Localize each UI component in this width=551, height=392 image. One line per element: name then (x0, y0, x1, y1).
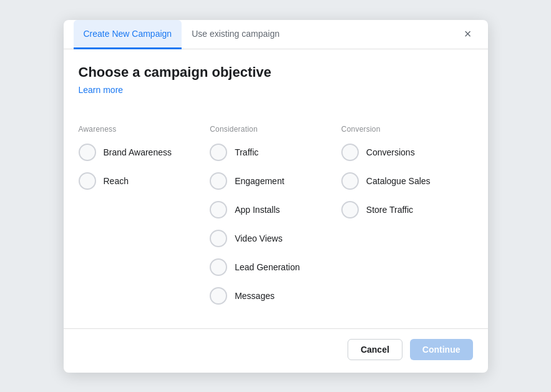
conversion-header: Conversion (341, 125, 463, 134)
option-brand-awareness[interactable]: Brand Awareness (79, 144, 200, 161)
modal-tabs: Create New Campaign Use existing campaig… (64, 20, 488, 49)
modal-body: Choose a campaign objective Learn more A… (64, 49, 488, 328)
radio-conversions[interactable] (341, 144, 359, 161)
radio-brand-awareness[interactable] (79, 144, 96, 161)
label-store-traffic: Store Traffic (366, 205, 413, 215)
option-catalogue-sales[interactable]: Catalogue Sales (341, 172, 463, 190)
radio-store-traffic[interactable] (341, 201, 359, 218)
modal-dialog: Create New Campaign Use existing campaig… (64, 20, 488, 373)
label-brand-awareness: Brand Awareness (104, 147, 172, 157)
label-engagement: Engagement (235, 176, 284, 186)
continue-button[interactable]: Continue (410, 339, 473, 360)
radio-app-installs[interactable] (210, 201, 227, 218)
label-lead-generation: Lead Generation (235, 262, 300, 272)
option-reach[interactable]: Reach (79, 172, 200, 190)
consideration-column: Consideration Traffic Engagement App Ins… (210, 125, 341, 316)
consideration-header: Consideration (210, 125, 331, 134)
modal-overlay: Create New Campaign Use existing campaig… (0, 0, 551, 392)
option-traffic[interactable]: Traffic (210, 144, 331, 161)
radio-video-views[interactable] (210, 230, 227, 247)
label-catalogue-sales: Catalogue Sales (366, 176, 431, 186)
modal-footer: Cancel Continue (64, 328, 488, 373)
radio-messages[interactable] (210, 287, 227, 305)
option-lead-generation[interactable]: Lead Generation (210, 258, 331, 276)
label-traffic: Traffic (235, 147, 258, 157)
option-conversions[interactable]: Conversions (341, 144, 463, 161)
conversion-column: Conversion Conversions Catalogue Sales S… (341, 125, 473, 316)
close-button[interactable]: × (458, 24, 478, 44)
radio-lead-generation[interactable] (210, 258, 227, 276)
learn-more-link[interactable]: Learn more (79, 85, 124, 95)
radio-catalogue-sales[interactable] (341, 172, 359, 190)
tab-create-new[interactable]: Create New Campaign (74, 20, 182, 49)
tab-use-existing[interactable]: Use existing campaign (182, 20, 290, 49)
option-app-installs[interactable]: App Installs (210, 201, 331, 218)
radio-reach[interactable] (79, 172, 96, 190)
radio-traffic[interactable] (210, 144, 227, 161)
awareness-column: Awareness Brand Awareness Reach (79, 125, 210, 316)
label-reach: Reach (104, 176, 129, 186)
option-video-views[interactable]: Video Views (210, 230, 331, 247)
modal-title: Choose a campaign objective (79, 64, 473, 81)
label-messages: Messages (235, 291, 275, 301)
radio-engagement[interactable] (210, 172, 227, 190)
awareness-header: Awareness (79, 125, 200, 134)
objective-columns: Awareness Brand Awareness Reach Consider… (79, 125, 473, 316)
label-conversions: Conversions (366, 147, 415, 157)
label-app-installs: App Installs (235, 205, 280, 215)
option-engagement[interactable]: Engagement (210, 172, 331, 190)
label-video-views: Video Views (235, 233, 283, 243)
cancel-button[interactable]: Cancel (348, 339, 402, 360)
option-messages[interactable]: Messages (210, 287, 331, 305)
option-store-traffic[interactable]: Store Traffic (341, 201, 463, 218)
